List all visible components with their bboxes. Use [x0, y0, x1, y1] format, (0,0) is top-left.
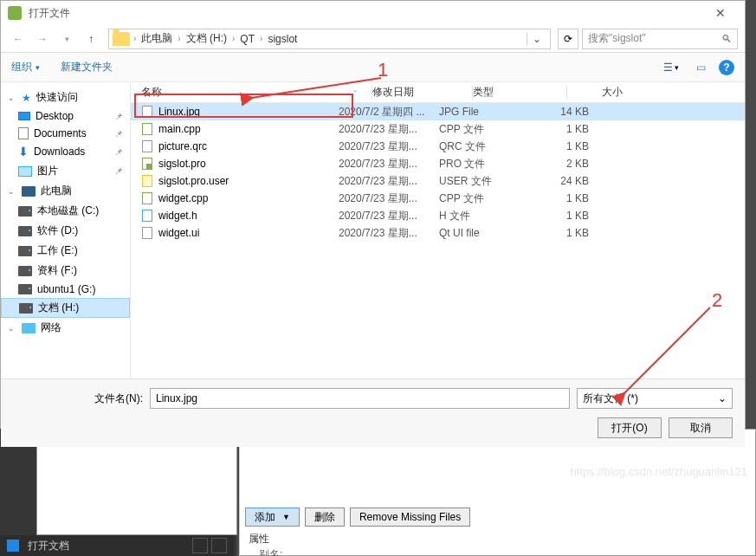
- forward-button[interactable]: →: [32, 29, 53, 49]
- delete-button[interactable]: 删除: [305, 508, 345, 527]
- file-date: 2020/7/23 星期...: [339, 191, 439, 206]
- file-row[interactable]: widget.ui2020/7/23 星期...Qt UI file1 KB: [131, 224, 745, 242]
- breadcrumb-dropdown[interactable]: ⌄: [527, 33, 546, 45]
- file-name: widget.cpp: [158, 192, 208, 204]
- filter-label: 所有文件 (*): [583, 391, 638, 406]
- file-date: 2020/7/23 星期...: [339, 226, 439, 241]
- search-placeholder: 搜索"sigslot": [588, 31, 646, 46]
- cancel-button[interactable]: 取消: [669, 417, 733, 438]
- filename-input[interactable]: [150, 388, 570, 409]
- crumb-qt[interactable]: QT: [238, 33, 256, 45]
- pc-icon: [22, 186, 36, 197]
- download-icon: ⬇: [18, 145, 29, 158]
- drive-icon: [18, 206, 32, 217]
- toolbar: 组织 ▾ 新建文件夹 ☰ ▾ ▭ ?: [1, 53, 745, 82]
- refresh-button[interactable]: ⟳: [558, 29, 578, 49]
- add-button[interactable]: 添加 ▼: [245, 508, 300, 527]
- sidebar-item--f-[interactable]: 资料 (F:): [1, 261, 130, 281]
- file-row[interactable]: picture.qrc2020/7/23 星期...QRC 文件1 KB: [131, 138, 745, 155]
- file-row[interactable]: widget.h2020/7/23 星期...H 文件1 KB: [131, 207, 745, 224]
- sidebar-item-desktop[interactable]: Desktop📌︎: [1, 107, 130, 125]
- document-icon: [18, 127, 29, 139]
- pictures-icon: [18, 166, 32, 177]
- file-filter-select[interactable]: 所有文件 (*) ⌄: [577, 388, 733, 409]
- properties-label: 属性: [249, 532, 269, 546]
- status-bar: 打开文档: [0, 535, 234, 556]
- file-row[interactable]: sigslot.pro2020/7/23 星期...PRO 文件2 KB: [131, 155, 745, 172]
- help-button[interactable]: ?: [719, 60, 734, 75]
- new-folder-button[interactable]: 新建文件夹: [61, 60, 113, 74]
- add-button-label: 添加: [255, 510, 275, 525]
- file-size: 1 KB: [533, 140, 603, 152]
- file-date: 2020/7/2 星期四 ...: [339, 105, 439, 120]
- file-type: CPP 文件: [439, 191, 533, 206]
- crumb-pc[interactable]: 此电脑: [139, 31, 174, 46]
- chevron-icon: ⌄: [8, 187, 16, 196]
- sort-indicator-icon: ˇ: [354, 89, 357, 98]
- file-name: main.cpp: [158, 123, 201, 135]
- file-date: 2020/7/23 星期...: [339, 209, 439, 223]
- sidebar-item-ubuntu1-g-[interactable]: ubuntu1 (G:): [1, 281, 130, 298]
- crumb-sigslot[interactable]: sigslot: [266, 33, 299, 45]
- sidebar-item--[interactable]: ⌄此电脑: [1, 181, 130, 201]
- open-file-dialog: 打开文件 ✕ ← → ▾ ↑ › 此电脑 › 文档 (H:) › QT › si…: [0, 0, 746, 429]
- column-size[interactable]: 大小: [567, 85, 636, 100]
- sidebar-item-label: 此电脑: [41, 184, 72, 198]
- view-options-button[interactable]: ☰ ▾: [659, 59, 683, 76]
- file-date: 2020/7/23 星期...: [339, 139, 439, 154]
- file-icon: [141, 122, 153, 136]
- file-row[interactable]: sigslot.pro.user2020/7/23 星期...USER 文件24…: [131, 172, 745, 190]
- file-row[interactable]: Linux.jpg2020/7/2 星期四 ...JPG File14 KB: [131, 103, 745, 120]
- sidebar-item--[interactable]: 图片📌︎: [1, 161, 130, 181]
- sidebar-item--[interactable]: ⌄★快速访问: [1, 87, 130, 107]
- sidebar-item--e-[interactable]: 工作 (E:): [1, 241, 130, 261]
- breadcrumb[interactable]: › 此电脑 › 文档 (H:) › QT › sigslot ⌄: [108, 29, 551, 49]
- list-icon: ☰: [663, 61, 673, 74]
- search-icon[interactable]: 🔍︎: [721, 33, 732, 45]
- open-button[interactable]: 打开(O): [598, 417, 662, 438]
- search-input[interactable]: 搜索"sigslot" 🔍︎: [582, 29, 738, 49]
- crumb-drive[interactable]: 文档 (H:): [184, 31, 229, 46]
- sidebar-item-downloads[interactable]: ⬇Downloads📌︎: [1, 142, 130, 161]
- drive-icon: [18, 226, 32, 236]
- app-icon: [8, 6, 22, 20]
- chevron-right-icon: ›: [232, 34, 235, 43]
- sidebar-item--h-[interactable]: 文档 (H:): [1, 298, 130, 318]
- dialog-title: 打开文件: [29, 6, 703, 21]
- back-button[interactable]: ←: [8, 29, 29, 49]
- sidebar-item-label: Desktop: [36, 110, 74, 122]
- recent-dropdown[interactable]: ▾: [56, 29, 77, 49]
- status-split-icon[interactable]: [192, 538, 208, 553]
- chevron-right-icon: ›: [133, 34, 136, 43]
- file-icon: [141, 139, 153, 153]
- file-row[interactable]: widget.cpp2020/7/23 星期...CPP 文件1 KB: [131, 190, 745, 207]
- organize-menu[interactable]: 组织 ▾: [11, 60, 40, 74]
- close-button[interactable]: ✕: [703, 6, 738, 20]
- status-close-icon[interactable]: [211, 538, 227, 553]
- file-size: 1 KB: [533, 227, 603, 239]
- pin-icon: 📌︎: [114, 129, 123, 139]
- chevron-icon: ⌄: [8, 324, 16, 333]
- file-name: widget.h: [158, 210, 197, 222]
- file-type: CPP 文件: [439, 122, 533, 137]
- sidebar-item--c-[interactable]: 本地磁盘 (C:): [1, 201, 130, 221]
- alias-label: 别名:: [259, 547, 282, 556]
- file-row[interactable]: main.cpp2020/7/23 星期...CPP 文件1 KB: [131, 120, 745, 138]
- sidebar-item-documents[interactable]: Documents📌︎: [1, 125, 130, 142]
- sidebar-item-label: 网络: [41, 320, 61, 335]
- column-type[interactable]: 类型: [473, 85, 566, 100]
- column-headers[interactable]: 名称 ˇ 修改日期 类型 大小: [131, 82, 745, 103]
- chevron-right-icon: ›: [260, 34, 262, 43]
- up-button[interactable]: ↑: [81, 29, 101, 49]
- remove-missing-button[interactable]: Remove Missing Files: [350, 508, 470, 527]
- file-icon: [141, 174, 153, 188]
- column-name[interactable]: 名称: [131, 85, 339, 100]
- caret-down-icon: ▾: [675, 63, 679, 72]
- sidebar-item--[interactable]: ⌄网络: [1, 318, 130, 338]
- sidebar-item--d-[interactable]: 软件 (D:): [1, 221, 130, 241]
- add-caret-icon: ▼: [282, 513, 290, 521]
- file-type: H 文件: [439, 209, 533, 223]
- preview-pane-button[interactable]: ▭: [692, 59, 710, 76]
- column-date[interactable]: 修改日期: [372, 85, 472, 100]
- folder-icon: [113, 32, 130, 46]
